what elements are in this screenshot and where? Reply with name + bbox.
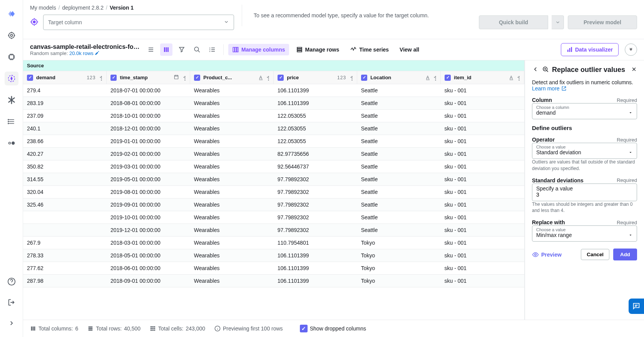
table-row[interactable]: 2019-10-01 00:00:00Wearables97.79892302S… bbox=[23, 211, 524, 224]
table-cell: 97.79892302 bbox=[274, 173, 357, 186]
show-dropped-toggle[interactable]: ✓Show dropped columns bbox=[300, 325, 366, 332]
cancel-button[interactable]: Cancel bbox=[581, 249, 609, 260]
table-row[interactable]: 287.982018-09-01 00:00:00Wearables106.11… bbox=[23, 275, 524, 287]
table-row[interactable]: 420.272019-02-01 00:00:00Wearables82.977… bbox=[23, 148, 524, 160]
std-help: The values should be integers and greate… bbox=[532, 201, 637, 214]
time-series-button[interactable]: Time series bbox=[346, 44, 393, 55]
std-input[interactable] bbox=[536, 192, 633, 198]
quick-build-button: Quick build bbox=[479, 15, 548, 29]
table-cell: sku - 001 bbox=[441, 262, 524, 275]
svg-rect-39 bbox=[154, 328, 155, 329]
collapse-panel-button[interactable] bbox=[625, 43, 637, 56]
data-visualizer-button[interactable]: Data visualizer bbox=[561, 43, 619, 56]
dots-icon[interactable] bbox=[5, 136, 18, 150]
column-header[interactable]: ✓Product_c...A⋮ bbox=[190, 71, 274, 84]
numbered-list-icon[interactable] bbox=[206, 43, 219, 56]
table-row[interactable]: 325.462019-09-01 00:00:00Wearables97.798… bbox=[23, 199, 524, 211]
learn-more-link[interactable]: Learn more bbox=[532, 85, 567, 92]
table-cell: Tokyo bbox=[357, 275, 441, 287]
close-icon[interactable] bbox=[631, 66, 637, 73]
svg-point-8 bbox=[12, 142, 15, 145]
column-select[interactable]: Choose a column demand bbox=[532, 103, 637, 119]
expand-icon[interactable] bbox=[5, 316, 18, 330]
grid-view-icon[interactable] bbox=[160, 43, 172, 56]
table-cell: Wearables bbox=[190, 275, 274, 287]
logout-icon[interactable] bbox=[5, 295, 18, 309]
table-row[interactable]: 277.622018-06-01 00:00:00Wearables106.11… bbox=[23, 262, 524, 275]
define-outliers-header: Define outliers bbox=[532, 125, 637, 131]
chip-icon[interactable] bbox=[5, 50, 18, 64]
table-row[interactable]: 320.042019-08-01 00:00:00Wearables97.798… bbox=[23, 186, 524, 199]
table-cell: 2019-02-01 00:00:00 bbox=[107, 148, 190, 160]
search-icon[interactable] bbox=[191, 43, 203, 56]
list-view-icon[interactable] bbox=[145, 43, 157, 56]
table-cell: 237.09 bbox=[23, 110, 107, 122]
breadcrumb: My models/deployment 2.8.2/Version 1 bbox=[30, 5, 234, 11]
logo-icon[interactable] bbox=[5, 7, 18, 21]
svg-point-7 bbox=[8, 142, 10, 144]
operator-select[interactable]: Choose a value Standard deviation bbox=[532, 143, 637, 159]
table-row[interactable]: 283.192018-08-01 00:00:00Wearables106.11… bbox=[23, 97, 524, 110]
table-cell: 2019-10-01 00:00:00 bbox=[107, 211, 190, 224]
table-cell: 106.1101399 bbox=[274, 249, 357, 262]
replace-select[interactable]: Choose a value Min/max range bbox=[532, 225, 637, 242]
back-icon[interactable] bbox=[532, 66, 539, 74]
table-cell: sku - 001 bbox=[441, 97, 524, 110]
side-panel: Replace outlier values Detect and fix ou… bbox=[525, 60, 644, 320]
add-button[interactable]: Add bbox=[613, 249, 637, 260]
preview-button[interactable]: Preview bbox=[532, 251, 562, 258]
svg-rect-42 bbox=[154, 330, 155, 331]
list-icon[interactable] bbox=[5, 115, 18, 128]
table-cell: 350.82 bbox=[23, 160, 107, 173]
svg-rect-31 bbox=[89, 327, 93, 328]
spark-icon[interactable] bbox=[5, 72, 18, 85]
table-cell: 2018-05-01 00:00:00 bbox=[107, 249, 190, 262]
table-cell: 97.79892302 bbox=[274, 199, 357, 211]
filter-icon[interactable] bbox=[176, 43, 188, 56]
table-row[interactable]: 240.12018-12-01 00:00:00Wearables122.053… bbox=[23, 122, 524, 135]
table-row[interactable]: 278.332018-05-01 00:00:00Wearables106.11… bbox=[23, 249, 524, 262]
table-cell: Wearables bbox=[190, 148, 274, 160]
target-nav-icon[interactable] bbox=[5, 28, 18, 42]
svg-rect-19 bbox=[297, 47, 302, 48]
table-row[interactable]: 314.552019-05-01 00:00:00Wearables97.798… bbox=[23, 173, 524, 186]
table-cell: sku - 001 bbox=[441, 249, 524, 262]
column-header[interactable]: ✓demand123⋮ bbox=[23, 71, 107, 84]
table-cell: Wearables bbox=[190, 135, 274, 148]
table-row[interactable]: 237.092018-10-01 00:00:00Wearables122.05… bbox=[23, 110, 524, 122]
view-all-button[interactable]: View all bbox=[396, 44, 423, 55]
chat-fab[interactable] bbox=[629, 299, 644, 314]
breadcrumb-l1[interactable]: My models bbox=[30, 5, 56, 11]
table-row[interactable]: 2019-12-01 00:00:00Wearables97.79892302S… bbox=[23, 224, 524, 237]
column-header[interactable]: ✓price123⋮ bbox=[274, 71, 357, 84]
svg-rect-16 bbox=[233, 47, 234, 52]
table-cell: Wearables bbox=[190, 211, 274, 224]
table-cell: sku - 001 bbox=[441, 224, 524, 237]
table-row[interactable]: 267.92018-03-01 00:00:00Wearables110.795… bbox=[23, 237, 524, 249]
column-header[interactable]: ✓time_stamp⋮ bbox=[107, 71, 190, 84]
chevron-down-icon bbox=[224, 19, 229, 26]
breadcrumb-l2[interactable]: deployment 2.8.2 bbox=[62, 5, 104, 11]
help-icon[interactable] bbox=[5, 275, 18, 289]
table-cell: 106.1101399 bbox=[274, 275, 357, 287]
table-row[interactable]: 350.822019-03-01 00:00:00Wearables92.564… bbox=[23, 160, 524, 173]
svg-rect-41 bbox=[152, 330, 154, 331]
toolbar: canvas-sample-retail-electronics-fore...… bbox=[23, 39, 644, 60]
table-cell: 325.46 bbox=[23, 199, 107, 211]
manage-rows-button[interactable]: Manage rows bbox=[292, 44, 343, 55]
manage-columns-button[interactable]: Manage columns bbox=[228, 44, 289, 55]
column-header[interactable]: ✓item_idA⋮ bbox=[441, 71, 524, 84]
table-cell: sku - 001 bbox=[441, 148, 524, 160]
table-row[interactable]: 279.42018-07-01 00:00:00Wearables106.110… bbox=[23, 84, 524, 97]
sample-link[interactable]: 20.0k rows bbox=[69, 50, 94, 56]
svg-point-0 bbox=[8, 33, 14, 38]
table-row[interactable]: 238.662019-01-01 00:00:00Wearables122.05… bbox=[23, 135, 524, 148]
table-cell: 2019-01-01 00:00:00 bbox=[107, 135, 190, 148]
table-cell: 2018-09-01 00:00:00 bbox=[107, 275, 190, 287]
asterisk-icon[interactable] bbox=[5, 93, 18, 107]
table-cell: 287.98 bbox=[23, 275, 107, 287]
table-cell: Wearables bbox=[190, 110, 274, 122]
target-icon bbox=[30, 18, 38, 27]
column-header[interactable]: ✓LocationA⋮ bbox=[357, 71, 441, 84]
target-column-select[interactable]: Target column bbox=[43, 15, 234, 30]
